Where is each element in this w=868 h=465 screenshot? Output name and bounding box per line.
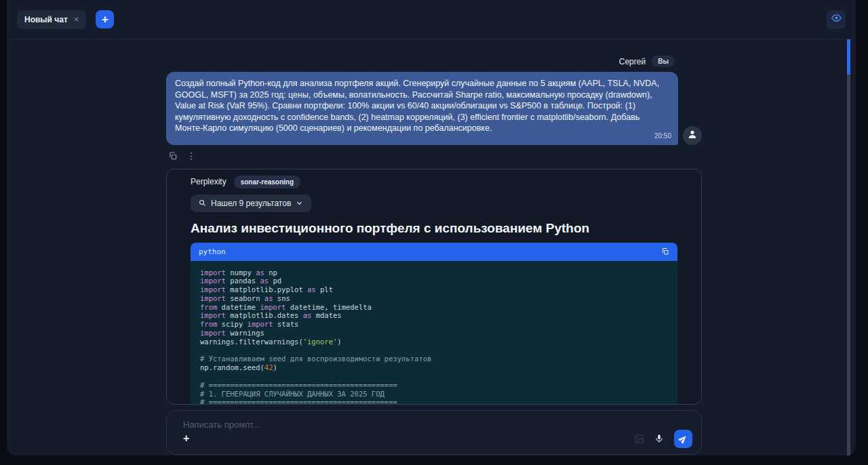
code-line: import matplotlib.pyplot as plt xyxy=(200,285,668,294)
eye-icon xyxy=(831,13,842,26)
code-line xyxy=(200,372,668,381)
code-line: warnings.filterwarnings('ignore') xyxy=(200,338,668,346)
code-line: # Устанавливаем seed для воспроизводимос… xyxy=(200,355,668,363)
person-icon xyxy=(687,129,698,142)
tab-label: Новый чат xyxy=(24,15,68,24)
app-panel: Новый чат × + Сергей Вы Создай полный Py… xyxy=(7,0,856,456)
code-line: # ======================================… xyxy=(200,381,668,390)
search-results-label: Нашел 9 результатов xyxy=(211,199,291,208)
new-chat-button[interactable]: + xyxy=(96,10,114,28)
user-message-row: Создай полный Python-код для анализа пор… xyxy=(166,72,702,145)
copy-message-icon[interactable] xyxy=(168,151,178,161)
send-button[interactable] xyxy=(674,430,692,448)
attach-button[interactable]: + xyxy=(183,434,189,443)
tab-new-chat[interactable]: Новый чат × xyxy=(17,10,86,29)
model-badge: sonar-reasoning xyxy=(234,176,300,188)
code-line: import matplotlib.dates as mdates xyxy=(200,311,668,320)
code-header: python xyxy=(191,243,677,261)
composer-actions: + xyxy=(183,430,692,448)
code-line: import warnings xyxy=(200,329,668,338)
provider-row: Perplexity sonar-reasoning xyxy=(191,176,677,188)
code-line xyxy=(200,346,668,355)
code-line: # 1. ГЕНЕРАЦИЯ СЛУЧАЙНЫХ ДАННЫХ ЗА 2025 … xyxy=(200,390,668,399)
you-badge: Вы xyxy=(652,56,675,67)
code-line: import seaborn as sns xyxy=(200,294,668,303)
code-body: import numpy as npimport pandas as pdimp… xyxy=(191,261,677,405)
sender-row: Сергей Вы xyxy=(166,56,702,67)
search-results-button[interactable]: Нашел 9 результатов xyxy=(191,195,311,212)
chat-column: Сергей Вы Создай полный Python-код для а… xyxy=(166,39,702,455)
topbar: Новый чат × + xyxy=(7,0,856,39)
code-line: from scipy import stats xyxy=(200,320,668,329)
more-options-icon[interactable]: ⋮ xyxy=(186,151,196,161)
code-line: from datetime import datetime, timedelta xyxy=(200,303,668,312)
code-line: np.random.seed(42) xyxy=(200,363,668,372)
code-language-label: python xyxy=(199,247,226,256)
sender-name: Сергей xyxy=(619,57,646,66)
message-timestamp: 20:50 xyxy=(654,131,671,142)
search-icon xyxy=(199,199,206,207)
user-message-text: Создай полный Python-код для анализа пор… xyxy=(175,79,659,133)
code-line: import numpy as np xyxy=(200,268,668,277)
scrollbar-track[interactable] xyxy=(847,39,850,456)
microphone-icon[interactable] xyxy=(654,433,664,444)
visibility-button[interactable] xyxy=(827,10,846,29)
code-line: # ======================================… xyxy=(200,398,668,404)
assistant-response-card: Perplexity sonar-reasoning Нашел 9 резул… xyxy=(166,169,702,405)
code-line: import pandas as pd xyxy=(200,277,668,285)
composer[interactable]: + xyxy=(166,410,702,455)
user-message-bubble: Создай полный Python-код для анализа пор… xyxy=(166,72,678,145)
copy-code-icon[interactable] xyxy=(661,247,669,256)
composer-right-icons xyxy=(634,430,692,448)
avatar xyxy=(683,126,702,145)
image-icon[interactable] xyxy=(634,434,644,444)
tab-close-icon[interactable]: × xyxy=(74,16,79,23)
scrollbar-thumb[interactable] xyxy=(847,39,850,75)
code-block: python import numpy as npimport pandas a… xyxy=(191,243,677,405)
response-heading: Анализ инвестиционного портфеля с исполь… xyxy=(191,221,677,236)
message-actions: ⋮ xyxy=(166,151,702,161)
prompt-input[interactable] xyxy=(183,420,542,430)
chevron-down-icon xyxy=(296,199,303,207)
provider-name: Perplexity xyxy=(191,177,226,186)
